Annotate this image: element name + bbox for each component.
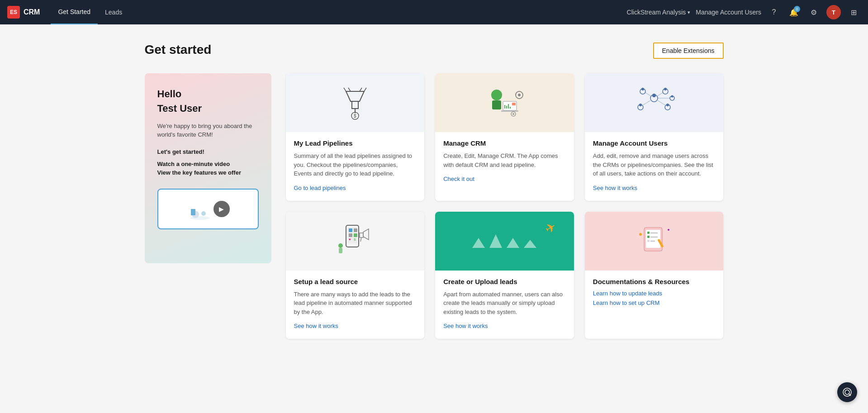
pipelines-card-link[interactable]: Go to lead pipelines: [294, 185, 346, 191]
triangle-decoration: [472, 234, 536, 248]
svg-marker-4: [346, 91, 364, 101]
svg-text:$: $: [354, 114, 356, 119]
hello-cta: Let's get started!: [157, 148, 259, 155]
lead-source-illustration: ♥ $: [332, 221, 378, 261]
nav-leads[interactable]: Leads: [98, 0, 129, 24]
manage-crm-card-body: Manage CRM Create, Edit, Manage CRM. The…: [435, 132, 574, 192]
pipelines-card-body: My Lead Pipelines Summary of all the lea…: [286, 132, 425, 201]
hello-links: Watch a one-minute video View the key fe…: [157, 161, 259, 176]
svg-line-39: [658, 92, 663, 96]
logo[interactable]: ES CRM: [7, 6, 40, 19]
svg-rect-46: [354, 228, 357, 232]
svg-line-9: [344, 88, 346, 91]
account-users-image: [585, 73, 724, 132]
support-button[interactable]: [837, 382, 857, 402]
pipelines-illustration: $: [335, 82, 375, 123]
docs-card-title: Documentations & Resources: [593, 278, 716, 285]
user-avatar[interactable]: T: [826, 5, 841, 19]
svg-line-40: [643, 100, 650, 105]
card-lead-source: ♥ $ Setup a lead source There are many w…: [286, 212, 425, 339]
key-features-link[interactable]: View the key features we offer: [157, 169, 259, 176]
manage-crm-illustration: [479, 82, 529, 123]
lead-source-card-body: Setup a lead source There are many ways …: [286, 271, 425, 339]
chevron-down-icon: ▾: [688, 9, 690, 15]
svg-rect-58: [647, 232, 650, 234]
lead-source-card-title: Setup a lead source: [294, 278, 417, 285]
triangle-4: [524, 240, 536, 248]
svg-rect-5: [352, 101, 358, 109]
svg-marker-49: [363, 229, 369, 240]
settings-icon[interactable]: ⚙: [806, 5, 821, 19]
svg-point-66: [668, 229, 669, 231]
notification-badge: 0: [794, 6, 800, 12]
topnav-right: ClickStream Analysis ▾ Manage Account Us…: [627, 5, 861, 19]
svg-line-12: [364, 88, 366, 91]
svg-rect-23: [512, 103, 516, 105]
account-users-card-body: Manage Account Users Add, edit, remove a…: [585, 132, 724, 201]
pipelines-card-desc: Summary of all the lead pipelines assign…: [294, 152, 417, 178]
svg-line-10: [348, 88, 351, 91]
video-thumbnail[interactable]: ▶: [157, 189, 259, 229]
help-icon[interactable]: ?: [767, 5, 781, 19]
svg-point-33: [639, 104, 642, 106]
svg-point-54: [338, 243, 343, 248]
account-users-card-desc: Add, edit, remove and manage users acros…: [593, 152, 716, 178]
svg-point-29: [641, 88, 644, 90]
notifications-icon[interactable]: 🔔 0: [787, 5, 801, 19]
triangle-2: [489, 234, 502, 248]
svg-point-3: [190, 216, 210, 220]
svg-rect-60: [647, 236, 650, 238]
upload-leads-card-link[interactable]: See how it works: [443, 323, 488, 329]
learn-setup-crm-link[interactable]: Learn how to set up CRM: [593, 299, 716, 306]
video-illustration: [186, 196, 213, 221]
svg-point-27: [652, 94, 656, 97]
svg-rect-47: [349, 233, 352, 237]
clickstream-analysis[interactable]: ClickStream Analysis ▾: [627, 9, 691, 16]
hello-greeting: Hello: [157, 88, 259, 101]
card-manage-crm: Manage CRM Create, Edit, Manage CRM. The…: [435, 73, 574, 201]
upload-leads-card-body: Create or Upload leads Apart from automa…: [435, 271, 574, 339]
hello-description: We're happy to bring you aboard the worl…: [157, 122, 259, 139]
upload-leads-image: ✈: [435, 212, 574, 271]
manage-crm-card-title: Manage CRM: [443, 139, 566, 147]
enable-extensions-button[interactable]: Enable Extensions: [653, 43, 724, 59]
triangle-1: [472, 238, 485, 248]
cards-layout: Hello Test User We're happy to bring you…: [145, 73, 724, 339]
manage-account-users-link[interactable]: Manage Account Users: [696, 9, 761, 16]
nav-get-started[interactable]: Get Started: [51, 0, 98, 24]
svg-text:♥: ♥: [349, 237, 351, 242]
account-users-illustration: [631, 82, 677, 123]
play-button[interactable]: ▶: [213, 201, 230, 217]
svg-rect-45: [349, 228, 352, 232]
lead-source-card-link[interactable]: See how it works: [294, 323, 338, 329]
docs-card-links: Learn how to update leads Learn how to s…: [593, 290, 716, 306]
svg-point-18: [518, 94, 521, 96]
watch-video-link[interactable]: Watch a one-minute video: [157, 161, 259, 167]
svg-point-2: [201, 211, 206, 216]
card-upload-leads: ✈ Create or Upload leads Apart from auto…: [435, 212, 574, 339]
svg-point-37: [671, 95, 674, 98]
page-title: Get started: [145, 43, 212, 57]
triangle-3: [507, 238, 519, 248]
account-users-card-link[interactable]: See how it works: [593, 185, 637, 191]
hello-username: Test User: [157, 103, 259, 114]
svg-rect-14: [492, 100, 501, 109]
apps-icon[interactable]: ⊞: [846, 5, 861, 19]
svg-rect-55: [339, 248, 342, 253]
svg-line-11: [360, 88, 362, 91]
docs-card-body: Documentations & Resources Learn how to …: [585, 271, 724, 315]
svg-rect-1: [191, 209, 195, 215]
manage-crm-card-link[interactable]: Check it out: [443, 176, 474, 182]
nav-links: Get Started Leads: [51, 0, 626, 24]
svg-line-38: [645, 92, 650, 96]
card-account-users: Manage Account Users Add, edit, remove a…: [585, 73, 724, 201]
svg-rect-50: [360, 233, 363, 237]
svg-point-35: [666, 104, 669, 106]
upload-leads-card-title: Create or Upload leads: [443, 278, 566, 285]
account-users-card-title: Manage Account Users: [593, 139, 716, 147]
learn-update-leads-link[interactable]: Learn how to update leads: [593, 290, 716, 297]
page-header: Get started Enable Extensions: [145, 43, 724, 59]
logo-text: CRM: [24, 8, 40, 16]
svg-point-65: [639, 233, 642, 236]
top-navigation: ES CRM Get Started Leads ClickStream Ana…: [0, 0, 868, 24]
